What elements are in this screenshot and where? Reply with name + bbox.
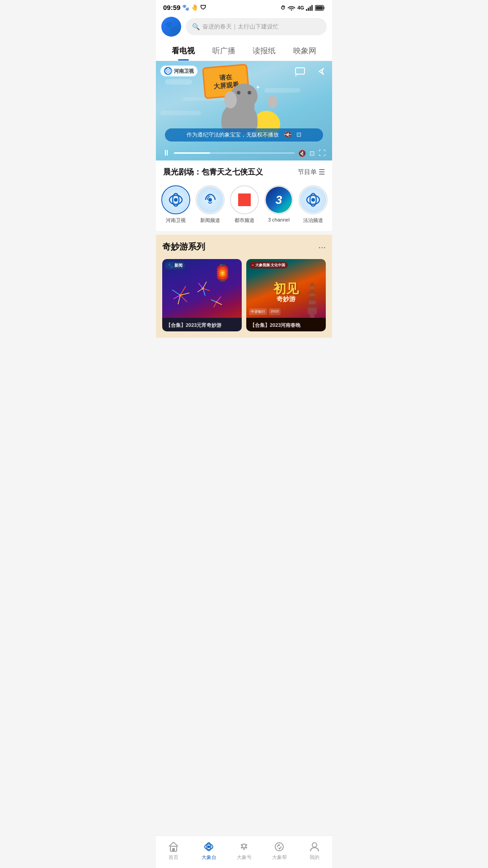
subtitle-text: 作为遵纪守法的象宝宝，无版权不播放 — [187, 132, 279, 138]
svg-line-36 — [214, 302, 216, 307]
channel-circle-law[interactable] — [299, 185, 328, 214]
tab-newspaper[interactable]: 读报纸 — [244, 40, 285, 61]
svg-line-34 — [216, 297, 221, 302]
speed-icon: ⏱ — [281, 5, 286, 10]
svg-line-28 — [203, 282, 206, 288]
svg-line-31 — [197, 288, 203, 292]
svg-point-55 — [243, 848, 245, 850]
svg-line-26 — [172, 290, 180, 295]
schedule-button[interactable]: 节目单 ☰ — [298, 168, 325, 176]
status-right: ⏱ 4G — [281, 4, 325, 11]
video-container: 河南卫视 ✦ ✦ ✦ — [156, 61, 332, 231]
partner2: 2023 — [269, 308, 281, 315]
partner-logos: 中原银行 2023 — [249, 308, 281, 315]
svg-line-30 — [203, 288, 205, 296]
wifi-icon — [287, 4, 296, 11]
nav-label-daxianghao: 大象号 — [237, 854, 252, 861]
card2-image: ● 大象视频·文化中国 初见 奇妙游 中原银行 2023 — [246, 259, 326, 318]
cast-icon[interactable] — [293, 65, 307, 78]
nav-daxiangbang[interactable]: 大象帮 — [262, 840, 297, 861]
svg-marker-46 — [309, 282, 315, 286]
pagoda-icon — [299, 282, 326, 318]
svg-rect-5 — [324, 7, 324, 9]
nav-daxiangtai[interactable]: 大象台 — [191, 840, 226, 861]
svg-point-53 — [241, 844, 243, 846]
shield-icon: 🛡 — [200, 4, 206, 11]
tab-tv[interactable]: 看电视 — [163, 40, 204, 61]
pip-indicator: ⊡ — [296, 131, 301, 138]
recommend-title: 奇妙游系列 — [162, 241, 205, 253]
channel-item-ch3[interactable]: 3 3 channel — [263, 185, 294, 224]
pip-button[interactable]: ⊡ — [310, 150, 315, 157]
svg-rect-41 — [309, 301, 316, 304]
logo-paw-icon: 🐾 — [164, 20, 178, 33]
law-logo-inner — [300, 187, 326, 213]
nav-label-home: 首页 — [169, 854, 178, 861]
daxianghao-icon — [238, 840, 250, 853]
city-logo-square — [238, 193, 251, 206]
recommend-card-2[interactable]: ● 大象视频·文化中国 初见 奇妙游 中原银行 2023 — [246, 259, 326, 331]
schedule-icon: ☰ — [319, 168, 325, 176]
channel-badge: 河南卫视 — [160, 66, 197, 76]
svg-point-9 — [167, 70, 169, 72]
channel-circle-ch3[interactable]: 3 — [264, 185, 293, 214]
svg-point-54 — [245, 844, 247, 846]
svg-point-59 — [312, 843, 317, 847]
nav-home[interactable]: 首页 — [156, 840, 191, 861]
video-controls-top — [293, 65, 328, 78]
channel-circle-henan[interactable] — [161, 185, 190, 214]
pause-button[interactable]: ⏸ — [162, 148, 170, 158]
search-bar[interactable]: 🔍 奋进的春天｜太行山下建设忙 — [186, 18, 327, 35]
card1-image: 🐾 新闻 🏮 — [162, 259, 242, 318]
card1-logo-icon: 🐾 — [168, 263, 173, 268]
signal-4g-icon: 4G — [297, 5, 304, 10]
svg-point-52 — [242, 844, 246, 848]
daxiangtai-icon — [203, 840, 215, 853]
mute-button[interactable]: 🔇 — [298, 150, 306, 157]
recommend-header: 奇妙游系列 ··· — [162, 241, 326, 253]
svg-rect-3 — [311, 5, 313, 11]
svg-rect-2 — [310, 6, 311, 11]
mute-indicator: 🔇 — [284, 131, 291, 138]
festival-text1: 初见 — [273, 283, 299, 295]
video-player[interactable]: 河南卫视 ✦ ✦ ✦ — [156, 61, 332, 160]
channel-circle-news[interactable] — [196, 185, 225, 214]
hand-icon: 🤚 — [191, 4, 198, 11]
svg-rect-39 — [308, 308, 317, 314]
svg-point-19 — [311, 198, 315, 202]
svg-point-14 — [174, 198, 178, 202]
svg-line-32 — [198, 283, 203, 288]
nav-daxianghao[interactable]: 大象号 — [226, 840, 262, 861]
channel-item-news[interactable]: 新闻频道 — [195, 185, 225, 224]
tab-radio[interactable]: 听广播 — [204, 40, 244, 61]
card2-title: 【合集】2023河南春晚 — [250, 322, 300, 328]
recommend-card-1[interactable]: 🐾 新闻 🏮 — [162, 259, 242, 331]
nav-tabs: 看电视 听广播 读报纸 映象网 — [156, 40, 332, 61]
tab-yingxiang[interactable]: 映象网 — [285, 40, 325, 61]
channel-item-law[interactable]: 法治频道 — [298, 185, 328, 224]
bottom-nav: 首页 大象台 大象号 大象帮 — [156, 835, 332, 868]
svg-line-35 — [216, 302, 222, 305]
svg-point-51 — [207, 845, 210, 848]
city-logo-inner — [231, 187, 258, 213]
progress-bar[interactable] — [174, 152, 295, 154]
card1-title: 【合集】2023元宵奇妙游 — [166, 322, 221, 328]
nav-mine[interactable]: 我的 — [297, 840, 332, 861]
channel-label-law: 法治频道 — [303, 217, 323, 224]
program-title: 晨光剧场：包青天之七侠五义 — [163, 167, 263, 177]
app-logo[interactable]: 🐾 — [161, 17, 181, 37]
elephant-trunk — [248, 104, 254, 124]
status-time: 09:59 — [163, 4, 180, 11]
channel-list: 河南卫视 新闻频道 — [156, 182, 332, 231]
search-placeholder-text: 奋进的春天｜太行山下建设忙 — [202, 23, 279, 31]
festival-text2: 奇妙游 — [277, 295, 296, 303]
channel-item-city[interactable]: 都市频道 — [229, 185, 260, 224]
fullscreen-button[interactable]: ⛶ — [319, 149, 326, 157]
recommend-more-button[interactable]: ··· — [318, 242, 326, 252]
channel-item-henan[interactable]: 河南卫视 — [160, 185, 191, 224]
video-controls-bottom[interactable]: ⏸ 🔇 ⊡ ⛶ — [156, 148, 332, 158]
share-icon[interactable] — [314, 65, 328, 78]
battery-icon — [315, 4, 325, 11]
channel-circle-city[interactable] — [230, 185, 259, 214]
status-bar: 09:59 🐾 🤚 🛡 ⏱ 4G — [156, 0, 332, 13]
